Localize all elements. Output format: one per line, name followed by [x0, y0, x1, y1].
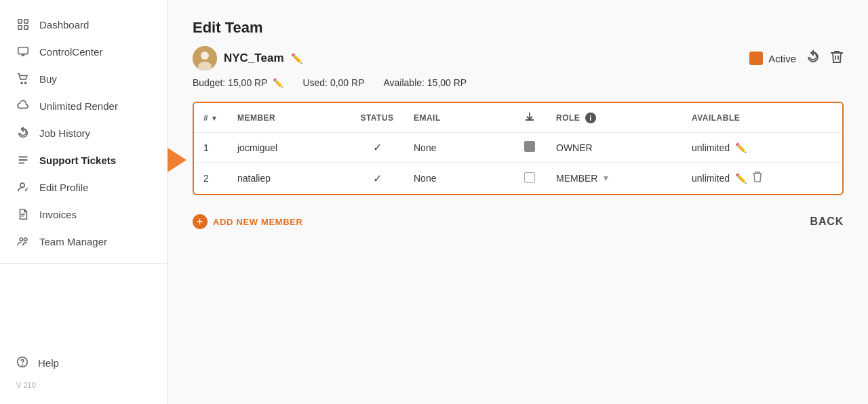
user-edit-icon [16, 180, 30, 194]
monitor-icon [16, 45, 30, 58]
svg-point-18 [201, 52, 209, 60]
add-member-button[interactable]: + ADD NEW MEMBER [193, 214, 303, 229]
cell-status: ✓ [350, 133, 404, 163]
used-label: Used: [302, 77, 328, 88]
sidebar: Dashboard ControlCenter Buy Unlimited Re… [0, 0, 168, 404]
cell-role: MEMBER ▼ [547, 163, 682, 195]
budget-info: Budget: 15,00 RP ✏️ [193, 77, 283, 88]
cell-checkbox[interactable] [513, 133, 547, 163]
available-value: 15,00 RP [427, 77, 467, 88]
version-label: V 210 [0, 377, 167, 393]
role-value: MEMBER [556, 173, 597, 184]
budget-value: 15,00 RP [228, 77, 267, 88]
cell-checkbox[interactable] [513, 163, 547, 195]
col-role: ROLE i [547, 103, 682, 133]
available-cell: unlimited ✏️ [692, 142, 833, 153]
used-value: 0,00 RP [330, 77, 365, 88]
add-member-label: ADD NEW MEMBER [213, 217, 303, 227]
svg-point-14 [24, 238, 27, 241]
sidebar-item-unlimited-render[interactable]: Unlimited Render [0, 92, 167, 119]
budget-row: Budget: 15,00 RP ✏️ Used: 0,00 RP Availa… [193, 77, 844, 88]
col-status: STATUS [350, 103, 404, 133]
sidebar-item-invoices[interactable]: Invoices [0, 201, 167, 228]
col-available: AVAILABLE [682, 103, 842, 133]
history-icon [16, 126, 30, 140]
svg-point-5 [21, 82, 22, 83]
download-checkbox-filled[interactable] [524, 141, 535, 152]
table-row: 2 nataliep ✓ None MEMBER ▼ [194, 163, 842, 195]
cell-status: ✓ [350, 163, 404, 195]
main-content: Edit Team NYC_Team ✏️ Active [168, 0, 868, 404]
sidebar-item-label: ControlCenter [39, 46, 102, 58]
help-icon [16, 356, 28, 370]
sidebar-item-label: Team Manager [39, 236, 107, 247]
download-checkbox-empty[interactable] [524, 172, 535, 183]
sidebar-item-label: Buy [39, 73, 57, 85]
budget-edit-icon[interactable]: ✏️ [273, 78, 283, 88]
sidebar-item-dashboard[interactable]: Dashboard [0, 11, 167, 38]
cell-num: 1 [194, 133, 228, 163]
bottom-row: + ADD NEW MEMBER BACK [193, 214, 844, 229]
active-badge: Active [749, 52, 796, 65]
available-value: unlimited [692, 142, 730, 153]
cell-email: None [404, 133, 513, 163]
cell-email: None [404, 163, 513, 195]
used-info: Used: 0,00 RP [302, 77, 364, 88]
cell-role: OWNER [547, 133, 682, 163]
cell-num: 2 [194, 163, 228, 195]
members-table: # ▼ MEMBER STATUS EMAIL ROLE i [194, 103, 842, 194]
delete-team-icon[interactable] [830, 49, 844, 68]
sidebar-item-label: Unlimited Render [39, 100, 118, 112]
col-num: # ▼ [194, 103, 228, 133]
status-check: ✓ [373, 173, 382, 184]
team-avatar [193, 46, 217, 70]
available-info: Available: 15,00 RP [383, 77, 467, 88]
sidebar-item-team-manager[interactable]: Team Manager [0, 228, 167, 255]
sidebar-item-buy[interactable]: Buy [0, 65, 167, 92]
sidebar-item-edit-profile[interactable]: Edit Profile [0, 174, 167, 201]
role-cell: OWNER [556, 142, 673, 153]
active-label: Active [768, 53, 796, 64]
sidebar-item-label: Support Tickets [39, 155, 116, 166]
sidebar-item-help[interactable]: Help [0, 349, 167, 377]
active-dot [749, 52, 763, 65]
sidebar-item-job-history[interactable]: Job History [0, 119, 167, 146]
role-cell: MEMBER ▼ [556, 173, 673, 184]
team-name-edit-icon[interactable]: ✏️ [291, 53, 302, 64]
team-icon [16, 235, 30, 248]
table-header-row: # ▼ MEMBER STATUS EMAIL ROLE i [194, 103, 842, 133]
available-cell: unlimited ✏️ [692, 171, 833, 186]
svg-point-10 [20, 183, 24, 187]
cell-available: unlimited ✏️ [682, 133, 842, 163]
sidebar-item-label: Dashboard [39, 19, 89, 31]
edit-available-icon[interactable]: ✏️ [735, 142, 747, 153]
delete-member-icon[interactable] [752, 171, 763, 186]
grid-icon [16, 18, 30, 31]
col-download[interactable] [513, 103, 547, 133]
col-member[interactable]: MEMBER [228, 103, 350, 133]
role-dropdown-icon[interactable]: ▼ [601, 174, 610, 183]
available-label: Available: [383, 77, 424, 88]
role-value: OWNER [556, 142, 593, 153]
cell-member: jocmiguel [228, 133, 350, 163]
team-name: NYC_Team [224, 52, 284, 65]
sidebar-item-controlcenter[interactable]: ControlCenter [0, 38, 167, 65]
team-header: NYC_Team ✏️ Active [193, 46, 844, 70]
history-action-icon[interactable] [806, 49, 821, 68]
cell-available: unlimited ✏️ [682, 163, 842, 195]
svg-rect-1 [24, 20, 28, 23]
list-icon [16, 153, 30, 167]
svg-point-16 [22, 365, 23, 365]
available-value: unlimited [692, 173, 730, 184]
sidebar-item-label: Edit Profile [39, 182, 89, 193]
plus-circle-icon: + [193, 214, 208, 229]
sidebar-item-label: Invoices [39, 209, 77, 220]
sidebar-item-support-tickets[interactable]: Support Tickets [0, 146, 167, 174]
budget-label: Budget: [193, 77, 225, 88]
svg-rect-0 [18, 20, 22, 23]
back-button[interactable]: BACK [810, 216, 844, 228]
svg-rect-2 [18, 26, 22, 29]
help-label: Help [38, 357, 59, 369]
edit-available-icon[interactable]: ✏️ [735, 173, 747, 184]
status-check: ✓ [373, 142, 382, 153]
